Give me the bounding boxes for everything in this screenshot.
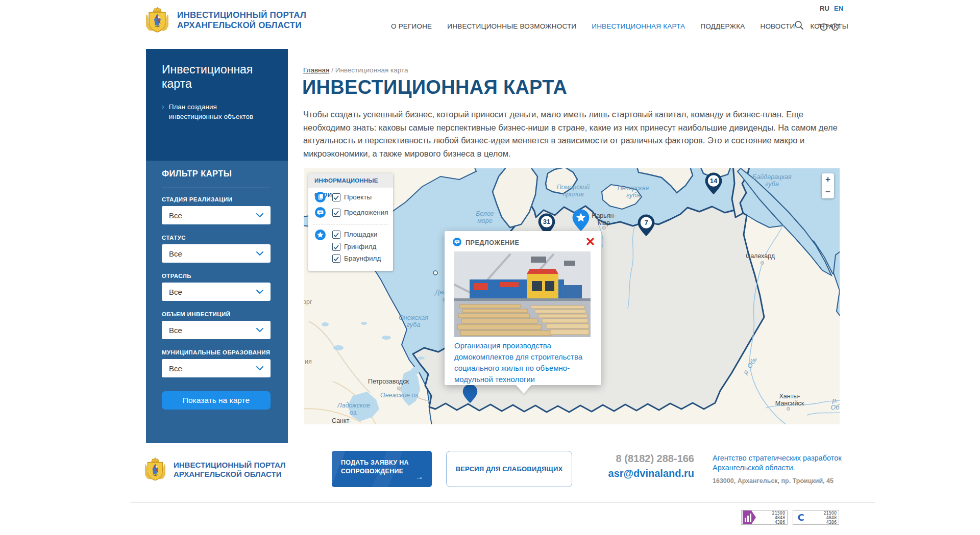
- filter-group-municipality: МУНИЦИПАЛЬНЫЕ ОБРАЗОВАНИЯ Все: [162, 349, 271, 377]
- map-label-edge-fragment: ия: [305, 358, 312, 365]
- greenfield-checkbox[interactable]: [332, 243, 340, 251]
- layers-divider: [313, 224, 388, 224]
- footer-divider: [130, 502, 875, 503]
- filter-divider: [162, 188, 271, 188]
- layer-label-offers[interactable]: Предложения: [344, 209, 388, 216]
- chevron-down-icon: [256, 366, 263, 370]
- map-label-petrozavodsk: Петрозаводск: [368, 378, 409, 385]
- lang-en[interactable]: EN: [834, 5, 843, 12]
- select-value: Все: [169, 249, 182, 258]
- map-label-onezhskaya-bay: Онежская губа: [396, 314, 431, 328]
- select-value: Все: [169, 288, 182, 296]
- investment-map[interactable]: Поморский пролив Печорская губа Белое мо…: [304, 168, 840, 424]
- sidebar-item-plan[interactable]: › План создания инвестиционных объектов: [162, 102, 261, 121]
- offer-type-icon: [453, 238, 461, 246]
- breadcrumb-home[interactable]: Главная: [303, 66, 329, 74]
- city-dot: [787, 407, 790, 411]
- layer-label-brownfield[interactable]: Браунфилд: [344, 254, 381, 262]
- offer-marker[interactable]: [462, 384, 478, 404]
- info-layers-title: ИНФОРМАЦИОННЫЕ СЛОИ: [308, 173, 393, 188]
- offers-checkbox[interactable]: [332, 209, 340, 217]
- cluster-count: 7: [644, 219, 648, 226]
- search-icon[interactable]: [794, 20, 804, 31]
- investment-select[interactable]: Все: [162, 321, 271, 339]
- apply-support-label: ПОДАТЬ ЗАЯВКУ НА СОПРОВОЖДЕНИЕ: [341, 459, 409, 475]
- zoom-in-button[interactable]: +: [822, 173, 834, 186]
- counter-badge-2[interactable]: C 21500 4848 4386: [793, 510, 839, 525]
- counter-values: 21500 4848 4386: [808, 511, 839, 524]
- site-star-marker[interactable]: [572, 209, 590, 232]
- offers-layer-icon: [315, 207, 326, 218]
- sidebar-header-panel: Инвестиционная карта › План создания инв…: [146, 49, 288, 161]
- brownfield-checkbox[interactable]: [332, 254, 340, 263]
- nav-opportunities[interactable]: ИНВЕСТИЦИОННЫЕ ВОЗМОЖНОСТИ: [447, 22, 576, 30]
- header-logo[interactable]: ИНВЕСТИЦИОННЫЙ ПОРТАЛ АРХАНГЕЛЬСКОЙ ОБЛА…: [146, 7, 306, 34]
- map-label-khanty-mansiysk: Ханты- Мансийск: [767, 393, 812, 407]
- projects-checkbox[interactable]: [332, 193, 340, 201]
- info-layers-panel: ИНФОРМАЦИОННЫЕ СЛОИ Проекты Предложения …: [308, 173, 393, 271]
- chevron-down-icon: [256, 213, 263, 217]
- industry-select[interactable]: Все: [162, 283, 271, 301]
- filter-group-industry: ОТРАСЛЬ Все: [162, 273, 271, 301]
- filter-label: СТАТУС: [162, 235, 271, 241]
- nav-region[interactable]: О РЕГИОНЕ: [391, 22, 432, 30]
- offer-photo: [454, 251, 591, 337]
- footer-logo[interactable]: ИНВЕСТИЦИОННЫЙ ПОРТАЛ АРХАНГЕЛЬСКОЙ ОБЛА…: [145, 457, 286, 482]
- page-title: ИНВЕСТИЦИОННАЯ КАРТА: [302, 77, 567, 98]
- lang-ru[interactable]: RU: [820, 5, 829, 12]
- stage-select[interactable]: Все: [162, 206, 271, 224]
- layer-label-sites[interactable]: Площадки: [344, 231, 377, 238]
- zoom-out-button[interactable]: −: [822, 186, 834, 198]
- map-popup: ПРЕДЛОЖЕНИЕ: [445, 231, 601, 385]
- chat-icon: [315, 207, 326, 218]
- footer-email[interactable]: asr@dvinaland.ru: [572, 468, 694, 479]
- nav-support[interactable]: ПОДДЕРЖКА: [700, 22, 745, 30]
- filter-group-investment: ОБЪЕМ ИНВЕСТИЦИЙ Все: [162, 311, 271, 339]
- map-label-pomorsky-strait: Поморский пролив: [548, 184, 599, 198]
- counter-badge-1[interactable]: 21500 4848 4386: [741, 510, 788, 525]
- popup-offer-link[interactable]: Организация производства домокомплектов …: [454, 340, 589, 385]
- footer-phone[interactable]: 8 (8182) 288-166: [572, 453, 694, 465]
- arrow-right-icon: →: [415, 472, 424, 481]
- municipality-select[interactable]: Все: [162, 359, 271, 377]
- filter-group-status: СТАТУС Все: [162, 235, 271, 263]
- status-select[interactable]: Все: [162, 244, 271, 263]
- close-icon[interactable]: [586, 238, 594, 245]
- popup-type-label: ПРЕДЛОЖЕНИЕ: [465, 239, 519, 246]
- sites-checkbox[interactable]: [332, 231, 340, 239]
- popup-tail: [516, 385, 531, 394]
- breadcrumb-current: Инвестиционная карта: [335, 66, 408, 74]
- city-dot: [761, 261, 764, 265]
- filter-label: СТАДИЯ РЕАЛИЗАЦИИ: [162, 196, 271, 202]
- counter-chart-icon: [742, 511, 757, 524]
- layer-label-greenfield[interactable]: Гринфилд: [344, 243, 376, 250]
- nav-news[interactable]: НОВОСТИ: [760, 22, 795, 30]
- filter-label: ОБЪЕМ ИНВЕСТИЦИЙ: [162, 311, 271, 317]
- cluster-count: 31: [543, 218, 550, 225]
- apply-support-button[interactable]: ПОДАТЬ ЗАЯВКУ НА СОПРОВОЖДЕНИЕ →: [332, 451, 432, 487]
- cluster-marker-14[interactable]: 14: [704, 172, 723, 195]
- city-dot: [602, 226, 606, 230]
- coat-of-arms-icon: [146, 7, 168, 34]
- map-label-saint-petersburg: Санкт-: [332, 417, 352, 424]
- map-label-pechorskaya-bay: Печорская губа: [609, 185, 657, 199]
- filter-label: ОТРАСЛЬ: [162, 273, 271, 279]
- chevron-down-icon: [256, 328, 263, 332]
- map-label-edge-fragment: орг: [304, 298, 312, 305]
- sidebar-title: Инвестиционная карта: [162, 62, 264, 91]
- footer-site-title-line1: ИНВЕСТИЦИОННЫЙ ПОРТАЛ: [174, 461, 286, 470]
- cluster-count: 14: [710, 177, 718, 185]
- chat-icon: [453, 238, 461, 246]
- accessibility-glasses-icon[interactable]: [818, 21, 842, 31]
- cluster-marker-7[interactable]: 7: [637, 214, 655, 237]
- agency-name: Агентство стратегических разработок Арха…: [713, 453, 853, 473]
- page: ИНВЕСТИЦИОННЫЙ ПОРТАЛ АРХАНГЕЛЬСКОЙ ОБЛА…: [0, 0, 980, 535]
- layer-label-projects[interactable]: Проекты: [344, 193, 372, 201]
- map-filter-panel: ФИЛЬТР КАРТЫ СТАДИЯ РЕАЛИЗАЦИИ Все СТАТУ…: [146, 161, 288, 443]
- map-label-salekhard: Салехард: [746, 252, 775, 260]
- show-on-map-button[interactable]: Показать на карте: [162, 391, 271, 410]
- accessibility-version-button[interactable]: ВЕРСИЯ ДЛЯ СЛАБОВИДЯЩИХ: [446, 451, 572, 487]
- map-label-ob-river-edge: р. Об: [830, 397, 840, 411]
- chevron-down-icon: [256, 290, 263, 294]
- nav-investment-map[interactable]: ИНВЕСТИЦИОННАЯ КАРТА: [592, 22, 685, 30]
